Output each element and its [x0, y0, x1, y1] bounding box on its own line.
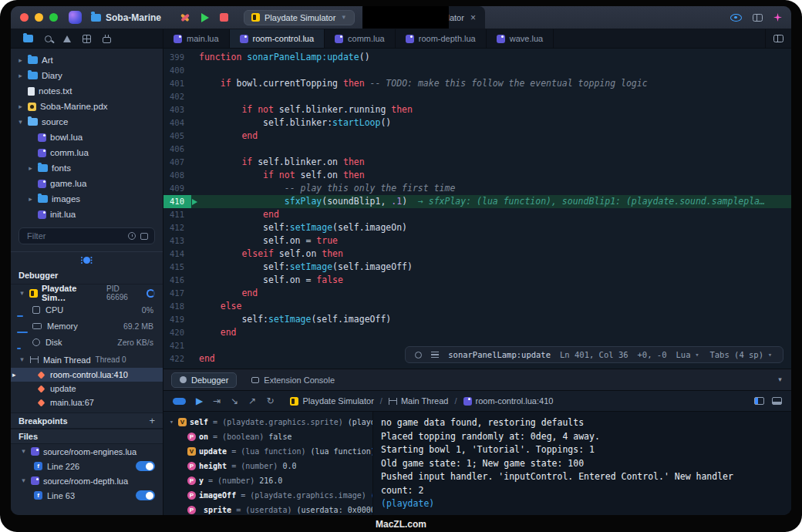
tree-item-images[interactable]: images [11, 191, 163, 207]
breakpoint-file-row[interactable]: source/room-engines.lua [11, 444, 163, 459]
minimize-window-button[interactable] [35, 13, 43, 22]
breakpoint-file-row[interactable]: source/room-depth.lua [11, 473, 163, 488]
sparkle-icon[interactable] [773, 13, 782, 22]
stack-frame-main.lua:67[interactable]: main.lua:67 [11, 396, 163, 409]
breakpoint-toggle[interactable] [136, 461, 155, 471]
line-number[interactable]: 401 [163, 77, 191, 90]
stack-frame-room-control.lua:410[interactable]: room-control.lua:410 [11, 368, 163, 382]
restart-button[interactable] [266, 396, 274, 406]
stop-button[interactable] [220, 13, 228, 22]
outline-icon[interactable] [431, 352, 439, 358]
step-over-button[interactable] [213, 396, 221, 406]
variable-update[interactable]: Vupdate = (lua function) (lua function) [163, 444, 372, 459]
close-window-button[interactable] [20, 13, 29, 22]
tab-extension-console[interactable]: Extension Console [243, 372, 343, 388]
debug-process-row[interactable]: Playdate Sim… PID 66696 [11, 285, 163, 301]
line-number[interactable]: 399 [163, 51, 191, 64]
scope-filter-icon[interactable] [140, 233, 148, 240]
add-breakpoint-button[interactable]: + [149, 416, 155, 426]
line-number[interactable]: 414 [163, 247, 191, 261]
code-line-413[interactable]: 413 self.on = true [163, 234, 791, 247]
thread-row[interactable]: Main Thread Thread 0 [11, 352, 163, 368]
code-line-410[interactable]: 410 sfxPlay(soundBlip1, .1) → sfxPlay: (… [163, 195, 791, 208]
collapse-panel-button[interactable] [777, 376, 783, 383]
breadcrumb-room-control.lua:410[interactable]: room-control.lua:410 [463, 396, 554, 406]
debugger-bug-icon[interactable] [83, 257, 90, 264]
console-prompt[interactable]: (playdate) [381, 497, 783, 511]
file-tab-wave.lua[interactable]: wave.lua [487, 29, 554, 48]
sidebar-toggle-icon[interactable] [753, 14, 763, 22]
extensions-icon[interactable] [103, 37, 111, 43]
variable-on[interactable]: Pon = (boolean) false [163, 429, 372, 444]
line-number[interactable]: 403 [163, 103, 191, 116]
file-tab-comm.lua[interactable]: comm.lua [325, 29, 396, 48]
code-line-399[interactable]: 399function sonarPanelLamp:update() [163, 51, 791, 64]
line-number[interactable]: 416 [163, 274, 191, 287]
filter-input[interactable] [25, 231, 123, 241]
line-number[interactable]: 411 [163, 208, 191, 221]
line-number[interactable]: 418 [163, 300, 191, 313]
tree-item-notes.txt[interactable]: notes.txt [11, 83, 163, 99]
line-number[interactable]: 413 [163, 234, 191, 247]
simulator-window-tab[interactable]: ulator × [369, 6, 485, 29]
files-sidebar-icon[interactable] [23, 35, 33, 42]
code-line-418[interactable]: 418 else [163, 300, 791, 313]
line-number[interactable]: 419 [163, 313, 191, 326]
tree-item-Diary[interactable]: Diary [11, 68, 163, 83]
run-button[interactable] [201, 13, 209, 22]
code-line-404[interactable]: 404 self.blinker:startLoop() [163, 116, 791, 130]
line-number[interactable]: 404 [163, 116, 191, 130]
tree-item-Soba-Marine.pdx[interactable]: Soba-Marine.pdx [11, 99, 163, 114]
tree-item-Art[interactable]: Art [11, 52, 163, 68]
breakpoint-toggle[interactable] [136, 490, 155, 500]
breadcrumb-Main Thread[interactable]: Main Thread [389, 396, 449, 406]
code-line-401[interactable]: 401 if bowl.currentTopping then -- TODO:… [163, 77, 791, 90]
search-icon[interactable] [45, 35, 52, 42]
tree-item-fonts[interactable]: fonts [11, 160, 163, 176]
code-line-419[interactable]: 419 self:setImage(self.imageOff) [163, 313, 791, 326]
line-number[interactable]: 405 [163, 130, 191, 143]
line-number[interactable]: 400 [163, 64, 191, 77]
tree-item-init.lua[interactable]: init.lua [11, 207, 163, 222]
current-symbol[interactable]: sonarPanelLamp:update [448, 350, 551, 359]
zoom-window-button[interactable] [49, 13, 58, 22]
variable-y[interactable]: Py = (number) 216.0 [163, 473, 372, 488]
file-tab-room-depth.lua[interactable]: room-depth.lua [396, 29, 487, 48]
file-tab-room-control.lua[interactable]: room-control.lua [230, 29, 325, 48]
tree-item-comm.lua[interactable]: comm.lua [11, 145, 163, 160]
step-out-button[interactable] [248, 396, 256, 406]
code-line-406[interactable]: 406 [163, 143, 791, 156]
line-number[interactable]: 420 [163, 326, 191, 339]
run-scheme-selector[interactable]: Playdate Simulator [244, 10, 355, 25]
line-number[interactable]: 406 [163, 143, 191, 156]
build-tools-icon[interactable] [180, 12, 190, 22]
code-line-409[interactable]: 409 -- play this only the first time [163, 182, 791, 195]
breakpoint-line-row[interactable]: Line 63 [11, 488, 163, 503]
line-number[interactable]: 415 [163, 261, 191, 274]
editor[interactable]: 399function sonarPanelLamp:update()40040… [163, 49, 791, 369]
project-switcher[interactable]: Soba-Marine [91, 12, 161, 23]
columns-layout-icon[interactable] [754, 397, 764, 405]
code-line-400[interactable]: 400 [163, 64, 791, 77]
code-line-415[interactable]: 415 self:setImage(self.imageOff) [163, 261, 791, 274]
recent-clock-icon[interactable] [128, 232, 136, 240]
line-number[interactable]: 422 [163, 352, 191, 365]
code-line-405[interactable]: 405 end [163, 130, 791, 143]
code-line-414[interactable]: 414 elseif self.on then [163, 247, 791, 261]
close-tab-icon[interactable]: × [470, 12, 476, 23]
line-number[interactable]: 421 [163, 339, 191, 352]
tree-item-bowl.lua[interactable]: bowl.lua [11, 130, 163, 145]
tree-item-game.lua[interactable]: game.lua [11, 176, 163, 191]
symbols-grid-icon[interactable] [83, 35, 91, 43]
line-number[interactable]: 408 [163, 169, 191, 182]
code-line-402[interactable]: 402 [163, 90, 791, 103]
line-number[interactable]: 407 [163, 156, 191, 169]
pause-button[interactable] [173, 398, 186, 405]
line-number[interactable]: 409 [163, 182, 191, 195]
variable-_sprite[interactable]: P_sprite = (userdata) (userdata: 0x00000… [163, 503, 372, 515]
cursor-position[interactable]: Ln 401, Col 36 [560, 350, 628, 359]
rows-layout-icon[interactable] [772, 397, 782, 405]
console-panel[interactable]: no game data found, restoring defaultsPl… [373, 412, 791, 515]
continue-button[interactable] [196, 396, 203, 406]
issues-icon[interactable] [63, 35, 71, 42]
